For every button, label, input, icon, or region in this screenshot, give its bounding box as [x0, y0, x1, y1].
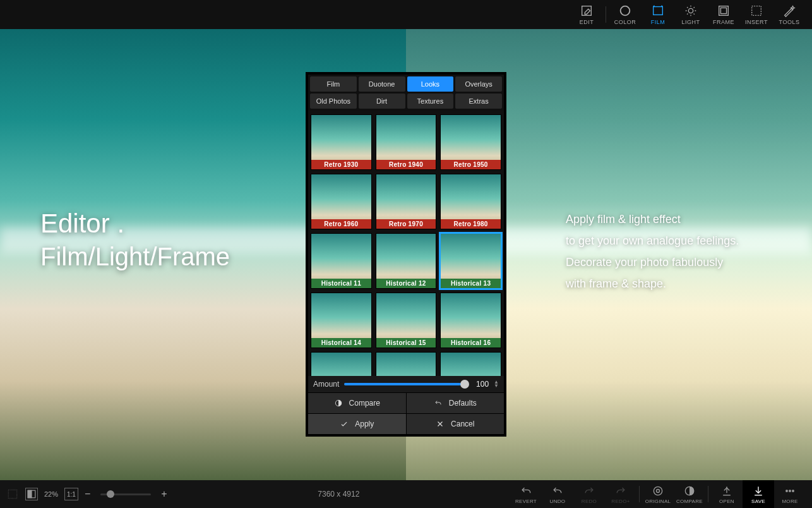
- bottom-tool-undo[interactable]: UNDO: [542, 480, 573, 508]
- check-icon: [340, 420, 349, 428]
- preset-caption: Retro 1960: [311, 219, 371, 229]
- frame-icon: [717, 4, 731, 18]
- bottom-tool-redo[interactable]: REDO: [573, 480, 605, 508]
- zoom-out-button[interactable]: −: [85, 488, 90, 500]
- film-panel: FilmDuotoneLooksOverlaysOld PhotosDirtTe…: [306, 72, 506, 437]
- film-tab-overlays[interactable]: Overlays: [455, 76, 502, 92]
- preset-thumb[interactable]: [376, 352, 437, 376]
- preset-caption: Retro 1940: [376, 160, 436, 169]
- preset-thumb[interactable]: [440, 352, 501, 376]
- svg-rect-5: [720, 8, 726, 13]
- svg-rect-8: [8, 490, 17, 499]
- preset-thumb[interactable]: Retro 1950: [440, 114, 501, 170]
- amount-row: Amount 100 ▲▼: [308, 376, 504, 392]
- preset-caption: Historical 14: [311, 338, 371, 348]
- x-icon: [436, 420, 445, 428]
- film-tab-extras[interactable]: Extras: [455, 94, 502, 109]
- film-tab-duotone[interactable]: Duotone: [359, 76, 405, 92]
- circle-icon: [618, 4, 632, 18]
- marketing-text-right: Apply film & light effect to get your ow…: [566, 209, 774, 294]
- save-icon: [752, 485, 765, 497]
- tool-insert[interactable]: INSERT: [740, 0, 773, 29]
- grid-icon[interactable]: [6, 488, 19, 500]
- preset-caption: Retro 1970: [376, 219, 436, 229]
- preset-thumb[interactable]: [311, 352, 372, 376]
- zoom-percent: 22%: [44, 490, 58, 498]
- compare-button[interactable]: Compare: [308, 393, 407, 413]
- preset-thumb[interactable]: Historical 15: [376, 293, 437, 348]
- svg-rect-10: [28, 490, 32, 498]
- preset-caption: Historical 16: [441, 338, 501, 348]
- preset-thumb[interactable]: Historical 16: [440, 293, 501, 348]
- compare-icon: [334, 399, 343, 408]
- amount-stepper[interactable]: ▲▼: [494, 380, 499, 388]
- film-tab-looks[interactable]: Looks: [407, 76, 454, 92]
- preset-thumb[interactable]: Historical 11: [311, 233, 372, 289]
- redo2-icon: [614, 485, 627, 497]
- open-icon: [720, 485, 733, 497]
- film-tab-textures[interactable]: Textures: [407, 94, 454, 109]
- preset-caption: Retro 1930: [311, 160, 371, 169]
- preset-caption: Historical 12: [376, 279, 436, 288]
- preset-caption: Retro 1980: [441, 219, 501, 229]
- marketing-text-left: Editor . Film/Light/Frame: [40, 209, 230, 271]
- amount-value: 100: [472, 380, 489, 389]
- film-tab-old-photos[interactable]: Old Photos: [310, 94, 357, 109]
- undo-icon: [434, 399, 443, 408]
- preset-caption: Historical 15: [376, 338, 436, 348]
- svg-rect-2: [654, 7, 663, 15]
- preset-thumb[interactable]: Historical 14: [311, 293, 372, 348]
- preset-caption: Retro 1950: [441, 160, 501, 169]
- svg-point-12: [657, 489, 660, 492]
- bottom-tool-revert[interactable]: REVERT: [510, 480, 542, 508]
- tool-light[interactable]: LIGHT: [674, 0, 707, 29]
- film-tab-dirt[interactable]: Dirt: [359, 94, 405, 109]
- bottom-tool-more[interactable]: MORE: [774, 480, 806, 508]
- svg-point-16: [792, 490, 794, 492]
- apply-button[interactable]: Apply: [308, 414, 407, 434]
- wand-icon: [782, 4, 796, 18]
- preset-caption: Historical 13: [441, 279, 501, 288]
- bottom-tool-original[interactable]: ORIGINAL: [642, 480, 674, 508]
- zoom-slider[interactable]: [100, 493, 151, 495]
- top-toolbar: EDIT COLOR FILM LIGHT FRAME INSERT TOOLS: [0, 0, 812, 29]
- tool-film[interactable]: FILM: [642, 0, 674, 29]
- bottom-tool-redo2[interactable]: REDO+: [605, 480, 636, 508]
- ratio-button[interactable]: 1:1: [64, 488, 78, 500]
- more-icon: [784, 485, 796, 497]
- undo-icon: [551, 485, 564, 497]
- bottom-tool-save[interactable]: SAVE: [743, 480, 774, 508]
- svg-point-3: [688, 8, 693, 13]
- halfscreen-icon[interactable]: [25, 488, 38, 500]
- bottom-tool-compare[interactable]: COMPARE: [674, 480, 705, 508]
- image-dimensions: 7360 x 4912: [167, 490, 510, 499]
- preset-thumb[interactable]: Historical 12: [376, 233, 437, 289]
- bottom-toolbar: 22% 1:1 − + 7360 x 4912 REVERTUNDOREDORE…: [0, 480, 812, 508]
- film-thumbnails[interactable]: Retro 1930Retro 1940Retro 1950Retro 1960…: [308, 111, 504, 376]
- original-icon: [652, 485, 664, 497]
- svg-rect-6: [752, 6, 761, 16]
- svg-point-1: [621, 6, 630, 16]
- defaults-button[interactable]: Defaults: [407, 393, 505, 413]
- film-tabs: FilmDuotoneLooksOverlaysOld PhotosDirtTe…: [308, 75, 504, 111]
- tool-tools[interactable]: TOOLS: [773, 0, 806, 29]
- preset-thumb[interactable]: Retro 1930: [311, 114, 372, 170]
- amount-slider[interactable]: [344, 383, 467, 385]
- preset-thumb[interactable]: Historical 13: [440, 233, 501, 289]
- preset-thumb[interactable]: Retro 1960: [311, 174, 372, 229]
- svg-point-14: [786, 490, 788, 492]
- bottom-tool-open[interactable]: OPEN: [711, 480, 743, 508]
- zoom-in-button[interactable]: +: [161, 488, 167, 500]
- preset-caption: Historical 11: [311, 279, 371, 288]
- svg-point-15: [789, 490, 791, 492]
- tool-frame[interactable]: FRAME: [707, 0, 740, 29]
- cancel-button[interactable]: Cancel: [407, 414, 505, 434]
- preset-thumb[interactable]: Retro 1980: [440, 174, 501, 229]
- film-tab-film[interactable]: Film: [310, 76, 357, 92]
- preset-thumb[interactable]: Retro 1970: [376, 174, 437, 229]
- svg-point-11: [654, 487, 662, 495]
- tool-edit[interactable]: EDIT: [570, 0, 603, 29]
- tool-color[interactable]: COLOR: [609, 0, 642, 29]
- redo-icon: [583, 485, 595, 497]
- preset-thumb[interactable]: Retro 1940: [376, 114, 437, 170]
